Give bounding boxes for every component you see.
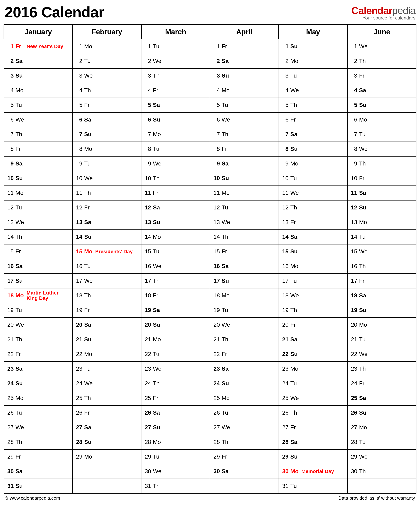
day-cell: 12Fr: [73, 200, 141, 215]
day-number: 28: [7, 439, 14, 445]
day-cell: 30Sa: [4, 464, 73, 479]
day-weekday: Mo: [359, 424, 368, 431]
day-cell: 29Tu: [141, 449, 210, 464]
day-number: 26: [350, 409, 357, 416]
day-number: 23: [350, 365, 357, 372]
day-number: 8: [213, 146, 220, 152]
day-cell: 14Tu: [347, 230, 416, 244]
day-number: 25: [281, 395, 289, 401]
day-weekday: Sa: [15, 263, 25, 270]
day-number: 23: [281, 365, 289, 372]
day-number: 19: [350, 307, 357, 314]
day-number: 27: [75, 424, 82, 431]
day-number: 23: [213, 365, 220, 372]
day-weekday: Sa: [15, 58, 25, 64]
day-number: 3: [350, 72, 357, 79]
day-weekday: Su: [84, 131, 93, 138]
day-number: 28: [281, 439, 289, 445]
day-number: 14: [281, 234, 289, 240]
day-number: 18: [144, 292, 151, 299]
day-cell: 2Sa: [4, 54, 73, 69]
day-cell: 16Mo: [279, 259, 347, 273]
day-number: 2: [281, 58, 289, 64]
day-weekday: Tu: [222, 307, 231, 314]
day-cell: 23Tu: [73, 361, 141, 376]
holiday-name: New Year's Day: [27, 44, 71, 49]
day-cell: 24Tu: [279, 376, 347, 391]
day-cell: 12Sa: [141, 200, 210, 215]
day-number: 7: [281, 131, 289, 138]
day-number: 17: [281, 277, 289, 284]
day-weekday: Sa: [359, 87, 368, 94]
day-cell: 16Sa: [210, 259, 279, 273]
day-cell: 15We: [347, 244, 416, 259]
day-number: 9: [7, 160, 14, 167]
month-header-may: May: [279, 25, 347, 39]
day-cell: 27Mo: [347, 420, 416, 435]
day-cell: 17Tu: [279, 273, 347, 288]
day-cell: 26Tu: [210, 405, 279, 420]
day-weekday: Tu: [15, 204, 25, 211]
day-number: 6: [281, 116, 289, 123]
day-number: 31: [144, 483, 151, 489]
day-number: 24: [75, 380, 82, 387]
day-weekday: Tu: [290, 175, 300, 182]
day-weekday: Su: [359, 409, 368, 416]
day-weekday: Sa: [290, 439, 300, 445]
day-cell: 27We: [210, 420, 279, 435]
day-number: 4: [75, 87, 82, 94]
day-weekday: Fr: [222, 351, 231, 357]
day-number: 4: [281, 87, 289, 94]
day-number: 14: [213, 234, 220, 240]
day-number: 25: [75, 395, 82, 401]
day-number: 5: [213, 102, 220, 108]
day-weekday: Su: [290, 248, 300, 255]
day-weekday: Tu: [84, 160, 93, 167]
day-number: 13: [350, 219, 357, 226]
day-weekday: Mo: [84, 453, 93, 460]
day-cell: 6We: [210, 112, 279, 127]
day-weekday: Tu: [84, 365, 93, 372]
day-cell: 28Tu: [347, 435, 416, 449]
day-cell: 22Fr: [4, 347, 73, 361]
day-weekday: Su: [84, 439, 93, 445]
day-number: 12: [75, 204, 82, 211]
day-cell: 23Mo: [279, 361, 347, 376]
day-cell: 17Fr: [347, 273, 416, 288]
day-number: 18: [7, 292, 14, 299]
day-number: 4: [213, 87, 220, 94]
day-number: 5: [350, 102, 357, 108]
day-weekday: Sa: [153, 204, 162, 211]
day-weekday: Su: [15, 175, 25, 182]
day-weekday: We: [359, 146, 368, 152]
day-weekday: Su: [222, 175, 231, 182]
day-weekday: Th: [290, 204, 300, 211]
day-number: 6: [213, 116, 220, 123]
day-cell: 6Su: [141, 112, 210, 127]
day-weekday: Su: [359, 102, 368, 108]
day-number: 13: [213, 219, 220, 226]
day-cell: 24Th: [141, 376, 210, 391]
day-weekday: We: [153, 263, 162, 270]
day-weekday: Su: [290, 453, 300, 460]
day-weekday: Th: [84, 292, 93, 299]
day-cell: 17We: [73, 273, 141, 288]
day-number: 26: [75, 409, 82, 416]
day-number: 1: [213, 43, 220, 50]
day-number: 1: [281, 43, 289, 50]
day-weekday: Sa: [84, 321, 93, 328]
day-weekday: Th: [153, 72, 162, 79]
day-cell: 24Su: [4, 376, 73, 391]
calendar-table: JanuaryFebruaryMarchAprilMayJune 1FrNew …: [4, 24, 416, 494]
day-weekday: We: [15, 219, 25, 226]
day-weekday: Su: [153, 424, 162, 431]
day-number: 24: [350, 380, 357, 387]
day-weekday: We: [290, 292, 300, 299]
day-cell: 11Fr: [141, 186, 210, 200]
month-header-february: February: [73, 25, 141, 39]
day-cell: 30We: [141, 464, 210, 479]
day-cell: 10Th: [141, 171, 210, 186]
day-number: 11: [281, 190, 289, 196]
day-cell: 20Su: [141, 317, 210, 332]
day-number: 14: [75, 234, 82, 240]
